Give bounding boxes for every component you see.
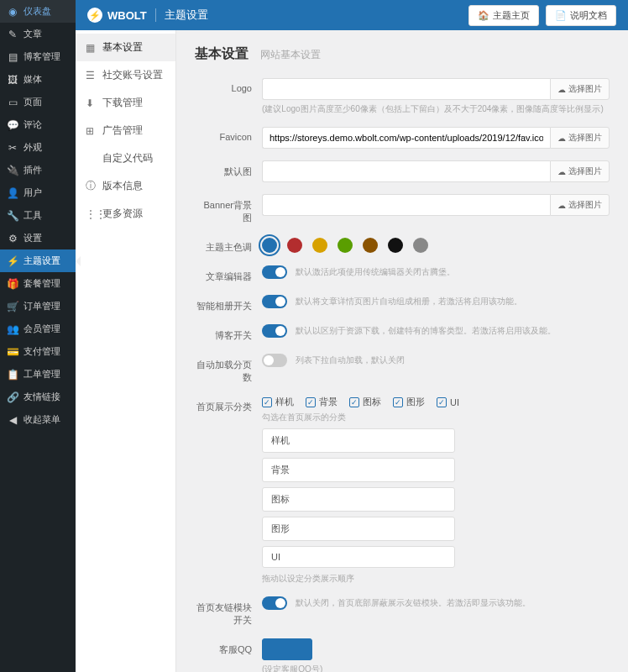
smart-album-toggle[interactable]	[262, 295, 287, 308]
wp-menu-item[interactable]: ✂外观	[0, 136, 76, 159]
upload-icon: ☁	[557, 134, 566, 143]
logo-label: Logo	[195, 78, 262, 93]
divider	[155, 8, 156, 22]
color-swatch[interactable]	[338, 238, 353, 253]
sub-menu-item[interactable]: ⬇下载管理	[76, 89, 175, 117]
default-img-pick-button[interactable]: ☁选择图片	[550, 160, 610, 182]
auto-load-desc: 列表下拉自动加载，默认关闭	[296, 354, 405, 366]
menu-label: 媒体	[24, 73, 42, 86]
wp-menu-item[interactable]: 👤用户	[0, 181, 76, 204]
wp-menu-item[interactable]: 📋工单管理	[0, 363, 76, 386]
checkbox-label: 样机	[275, 396, 294, 408]
wp-menu-item[interactable]: 🖼媒体	[0, 68, 76, 91]
sub-menu-label: 广告管理	[102, 123, 143, 138]
category-checkbox[interactable]: ✓样机	[262, 396, 294, 408]
blog-switch-toggle[interactable]	[262, 324, 287, 338]
wp-menu-item[interactable]: 🛒订单管理	[0, 295, 76, 318]
logo-input[interactable]	[262, 78, 550, 100]
sub-menu-item[interactable]: ▦基本设置	[76, 34, 175, 61]
wp-menu-item[interactable]: ⚙设置	[0, 227, 76, 249]
wp-menu-item[interactable]: 🔌插件	[0, 159, 76, 181]
favicon-input[interactable]	[262, 127, 550, 149]
order-list-item[interactable]: 图标	[262, 487, 455, 512]
wp-menu-item[interactable]: ⚡主题设置	[0, 249, 76, 272]
auto-load-toggle[interactable]	[262, 354, 287, 367]
wp-menu-item[interactable]: ◀收起菜单	[0, 408, 76, 431]
brand-icon: ⚡	[87, 8, 102, 23]
editor-toggle[interactable]	[262, 265, 287, 279]
menu-label: 页面	[24, 96, 42, 108]
menu-label: 支付管理	[24, 345, 60, 358]
color-swatch[interactable]	[312, 238, 327, 253]
menu-icon: 📋	[7, 369, 18, 381]
logo-pick-button[interactable]: ☁选择图片	[550, 78, 610, 100]
sub-menu-label: 自定义代码	[102, 151, 153, 165]
order-list-item[interactable]: 背景	[262, 458, 455, 482]
sub-menu-label: 下载管理	[102, 96, 143, 110]
banner-label: Banner背景图	[195, 194, 262, 224]
banner-pick-button[interactable]: ☁选择图片	[550, 194, 610, 216]
color-swatch[interactable]	[388, 238, 403, 253]
wp-menu-item[interactable]: 🔗友情链接	[0, 386, 76, 408]
theme-home-button[interactable]: 🏠主题主页	[468, 5, 539, 26]
wp-menu-item[interactable]: 🔧工具	[0, 204, 76, 227]
qq-input[interactable]	[262, 638, 312, 660]
order-list-item[interactable]: 图形	[262, 517, 455, 541]
doc-icon: 📄	[555, 10, 567, 21]
favicon-label: Favicon	[195, 127, 262, 142]
color-swatch[interactable]	[413, 238, 428, 253]
friend-link-label: 首页友链模块开关	[195, 596, 262, 627]
category-checkbox[interactable]: ✓图标	[349, 396, 381, 408]
favicon-pick-button[interactable]: ☁选择图片	[550, 127, 610, 149]
wp-menu-item[interactable]: ◉仪表盘	[0, 0, 76, 23]
sub-menu-item[interactable]: 自定义代码	[76, 144, 175, 172]
menu-label: 订单管理	[24, 300, 60, 312]
banner-input[interactable]	[262, 194, 550, 216]
menu-icon: ▭	[7, 97, 18, 108]
default-img-input[interactable]	[262, 160, 550, 182]
friend-link-toggle[interactable]	[262, 596, 287, 610]
menu-label: 友情链接	[24, 391, 60, 403]
wp-menu-item[interactable]: 💬评论	[0, 113, 76, 136]
menu-icon: 🔧	[7, 210, 18, 222]
color-swatch[interactable]	[287, 238, 302, 253]
topbar: ⚡ WBOLT 主题设置 🏠主题主页 📄说明文档	[76, 0, 628, 30]
menu-label: 设置	[24, 232, 42, 244]
logo-note: (建议Logo图片高度至少60像素（包括上下留白）及不大于204像素，图像随高度…	[262, 103, 610, 115]
sub-menu-item[interactable]: ⓘ版本信息	[76, 172, 175, 200]
category-checkbox[interactable]: ✓UI	[437, 396, 459, 408]
category-checkbox[interactable]: ✓图形	[393, 396, 425, 408]
wp-menu-item[interactable]: ▤博客管理	[0, 45, 76, 68]
auto-load-label: 自动加载分页数	[195, 354, 262, 384]
friend-link-desc: 默认关闭，首页底部屏蔽展示友链模块。若激活即显示该功能。	[296, 597, 531, 609]
wp-menu-item[interactable]: ▭页面	[0, 91, 76, 113]
category-order-list: 样机背景图标图形UI	[262, 428, 455, 568]
checkbox-label: 图形	[406, 396, 425, 408]
sub-menu-item[interactable]: ⋮⋮更多资源	[76, 200, 175, 228]
menu-icon: 🔌	[7, 165, 18, 176]
sub-menu-item[interactable]: ☰社交账号设置	[76, 61, 175, 89]
brand-name: WBOLT	[107, 9, 147, 22]
settings-panel: 基本设置 网站基本设置 Logo ☁选择图片 (建议Logo图片高度至少60像素…	[176, 30, 628, 672]
sub-menu-label: 社交账号设置	[102, 68, 163, 82]
checkbox-icon: ✓	[437, 397, 447, 407]
wp-menu-item[interactable]: ✎文章	[0, 23, 76, 45]
doc-button[interactable]: 📄说明文档	[546, 5, 616, 26]
wp-menu-item[interactable]: 👥会员管理	[0, 318, 76, 340]
sub-menu-item[interactable]: ⊞广告管理	[76, 117, 175, 144]
menu-label: 主题设置	[24, 255, 60, 267]
menu-label: 工单管理	[24, 368, 60, 381]
wp-menu-item[interactable]: 💳支付管理	[0, 340, 76, 363]
order-list-item[interactable]: UI	[262, 546, 455, 568]
wp-menu-item[interactable]: 🎁套餐管理	[0, 272, 76, 295]
menu-icon: 🖼	[7, 74, 18, 86]
qq-note: (设定客服QQ号)	[262, 664, 610, 672]
primary-color-label: 主题主色调	[195, 236, 262, 254]
order-list-item[interactable]: 样机	[262, 428, 455, 453]
qq-label: 客服QQ	[195, 638, 262, 656]
color-swatch[interactable]	[363, 238, 378, 253]
color-swatch[interactable]	[262, 238, 277, 253]
category-checkbox[interactable]: ✓背景	[306, 396, 338, 408]
menu-icon: ◉	[7, 6, 18, 18]
menu-label: 博客管理	[24, 50, 60, 63]
